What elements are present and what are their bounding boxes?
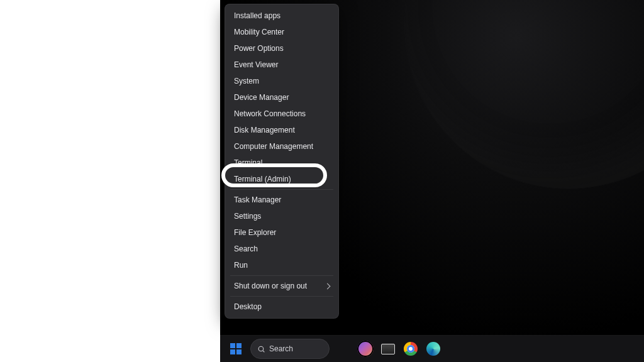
- desktop-viewport: Installed appsMobility CenterPower Optio…: [220, 0, 644, 362]
- search-placeholder: Search: [269, 344, 293, 353]
- menu-item-label: File Explorer: [234, 229, 276, 236]
- menu-item-label: Power Options: [234, 45, 284, 52]
- taskbar-search[interactable]: Search: [250, 339, 330, 359]
- menu-item-device-manager[interactable]: Device Manager: [225, 89, 338, 106]
- taskbar: Search: [220, 335, 644, 362]
- menu-item-search[interactable]: Search: [225, 241, 338, 257]
- edge-icon: [426, 342, 440, 356]
- taskbar-app-edge[interactable]: [424, 339, 443, 358]
- menu-item-label: Desktop: [234, 303, 262, 310]
- menu-item-label: Search: [234, 245, 258, 253]
- menu-item-network-connections[interactable]: Network Connections: [225, 106, 338, 122]
- menu-item-label: Installed apps: [234, 12, 280, 19]
- menu-item-desktop[interactable]: Desktop: [225, 299, 338, 315]
- menu-item-run[interactable]: Run: [225, 257, 338, 273]
- menu-item-label: Disk Management: [234, 126, 295, 134]
- menu-item-label: Task Manager: [234, 196, 281, 204]
- menu-item-label: Run: [234, 261, 248, 269]
- menu-item-label: Terminal (Admin): [234, 175, 291, 183]
- menu-item-label: Network Connections: [234, 110, 306, 118]
- menu-item-computer-management[interactable]: Computer Management: [225, 138, 338, 155]
- svg-line-1: [263, 350, 264, 351]
- avatar-icon: [357, 341, 374, 357]
- menu-item-settings[interactable]: Settings: [225, 208, 338, 224]
- menu-item-task-manager[interactable]: Task Manager: [225, 192, 338, 208]
- menu-item-label: Device Manager: [234, 94, 289, 101]
- menu-separator: [230, 189, 333, 190]
- winx-context-menu[interactable]: Installed appsMobility CenterPower Optio…: [225, 4, 339, 319]
- menu-item-label: Event Viewer: [234, 61, 278, 69]
- chrome-icon: [404, 342, 418, 356]
- menu-item-file-explorer[interactable]: File Explorer: [225, 224, 338, 241]
- menu-item-disk-management[interactable]: Disk Management: [225, 122, 338, 138]
- taskbar-app-generic[interactable]: [379, 339, 397, 358]
- menu-item-shut-down-or-sign-out[interactable]: Shut down or sign out: [225, 278, 338, 294]
- menu-item-installed-apps[interactable]: Installed apps: [225, 8, 338, 24]
- taskbar-app-avatar[interactable]: [356, 339, 375, 358]
- svg-point-0: [258, 346, 264, 351]
- taskbar-app-chrome[interactable]: [401, 339, 420, 358]
- menu-item-label: Settings: [234, 212, 261, 220]
- menu-item-mobility-center[interactable]: Mobility Center: [225, 24, 338, 40]
- menu-item-terminal[interactable]: Terminal: [225, 155, 338, 171]
- chevron-right-icon: [325, 283, 331, 289]
- menu-item-label: Computer Management: [234, 143, 313, 150]
- menu-item-label: Shut down or sign out: [234, 282, 307, 290]
- menu-item-label: Mobility Center: [234, 28, 284, 36]
- menu-item-event-viewer[interactable]: Event Viewer: [225, 57, 338, 73]
- menu-separator: [230, 275, 333, 276]
- menu-item-terminal-admin[interactable]: Terminal (Admin): [225, 171, 338, 187]
- menu-separator: [230, 296, 333, 297]
- menu-item-label: System: [234, 77, 259, 85]
- search-icon: [257, 345, 265, 353]
- menu-item-system[interactable]: System: [225, 73, 338, 89]
- menu-item-power-options[interactable]: Power Options: [225, 40, 338, 57]
- windows-logo-icon: [230, 343, 242, 354]
- menu-item-label: Terminal: [234, 159, 262, 167]
- window-icon: [381, 344, 395, 354]
- start-button[interactable]: [225, 338, 247, 359]
